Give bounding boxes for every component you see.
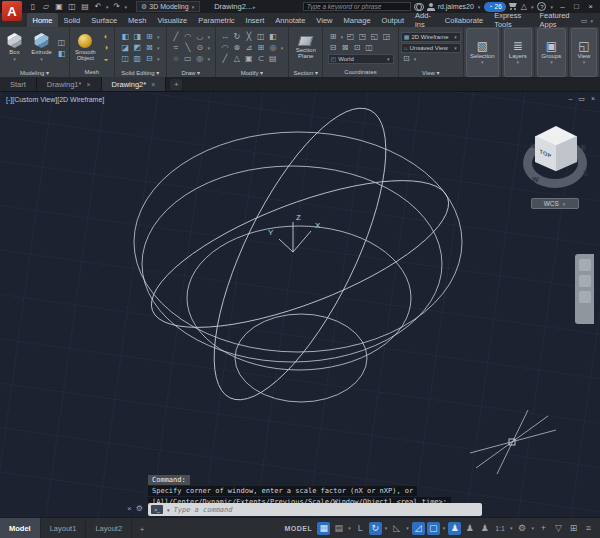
ucs-icon[interactable]: ⊞ <box>328 32 339 42</box>
thicken-icon[interactable]: ◩ <box>132 43 143 53</box>
save-as-icon[interactable]: ◫ <box>66 1 78 12</box>
file-tab-drawing1[interactable]: Drawing1*× <box>37 77 102 91</box>
panel-label-coordinates[interactable]: Coordinates <box>325 67 396 77</box>
save-icon[interactable]: ▣ <box>53 1 65 12</box>
annotation-scale-value-caret[interactable]: ▾ <box>510 525 513 531</box>
ribbon-tab-insert[interactable]: Insert <box>240 13 270 27</box>
viewport-minimize-icon[interactable]: – <box>568 95 572 103</box>
extract-edges-icon[interactable]: ◫ <box>120 54 131 64</box>
groups-panel-button[interactable]: ▣ Groups ▾ <box>537 28 566 77</box>
annotation-monitor-icon[interactable]: + <box>537 522 550 535</box>
username[interactable]: rd.jaimes20 <box>438 3 474 10</box>
panel-label-mesh[interactable]: Mesh <box>72 67 112 77</box>
model-space-label[interactable]: MODEL <box>284 525 312 532</box>
new-drawing-button[interactable]: + <box>170 79 182 90</box>
extrude-button[interactable]: Extrude ▾ <box>29 33 54 62</box>
redo-icon-caret[interactable]: ▾ <box>125 4 128 10</box>
undo-icon[interactable]: ↶ <box>92 1 104 12</box>
explode-icon[interactable]: ⊗ <box>231 43 242 53</box>
layout-tab-model[interactable]: Model <box>0 518 41 538</box>
viewport-close-icon[interactable]: × <box>591 95 595 103</box>
command-input-bar[interactable]: >_ ▾ <box>148 503 482 516</box>
viewcube-cube[interactable]: TOP <box>535 126 577 172</box>
ortho-mode-icon[interactable]: L <box>354 522 367 535</box>
compass-south[interactable]: S <box>583 170 588 177</box>
file-tab-drawing2[interactable]: Drawing2*× <box>102 77 167 91</box>
polar-tracking-icon-caret[interactable]: ▾ <box>385 525 388 531</box>
box-button[interactable]: Box ▾ <box>2 33 27 62</box>
ribbon-tab-mesh[interactable]: Mesh <box>123 13 152 27</box>
ribbon-tab-surface[interactable]: Surface <box>86 13 123 27</box>
viewport-controls-label[interactable]: [-][Custom View][2D Wireframe] <box>6 96 104 103</box>
navigation-bar[interactable] <box>575 254 594 324</box>
isolate-objects-icon[interactable]: ▽ <box>552 522 565 535</box>
array-icon[interactable]: ⊞ <box>255 43 266 53</box>
osnap-tracking-icon[interactable]: ◿ <box>412 522 425 535</box>
xline-icon[interactable]: ╲ <box>182 43 193 53</box>
annotation-visibility-icon[interactable]: ♟ <box>448 522 461 535</box>
help-caret-icon[interactable]: ▾ <box>550 4 553 10</box>
panel-label-solid-editing[interactable]: Solid Editing ▾ <box>117 67 164 77</box>
layout-tab-layout1[interactable]: Layout1 <box>41 518 87 538</box>
ribbon-tab-view[interactable]: View <box>311 13 338 27</box>
trim-icon[interactable]: ╳ <box>243 32 254 42</box>
recent-commands-caret-icon[interactable]: ▾ <box>167 507 170 513</box>
isodraft-icon-caret[interactable]: ▾ <box>406 525 409 531</box>
grid-display-icon[interactable]: ▦ <box>317 522 330 535</box>
customization-menu-icon[interactable]: ≡ <box>582 522 595 535</box>
flyout-caret[interactable]: ▾ <box>156 32 161 42</box>
tab-close-icon[interactable]: × <box>151 81 155 88</box>
ellipse-icon[interactable]: ◎ <box>194 54 205 64</box>
flyout-caret[interactable]: ▾ <box>156 54 161 64</box>
ucs-3point-icon[interactable]: ⊡ <box>352 43 363 53</box>
flyout-caret[interactable]: ▾ <box>156 43 161 53</box>
mesh-refine-icon[interactable]: ◐ <box>100 32 111 42</box>
snap-mode-icon-caret[interactable]: ▾ <box>348 525 351 531</box>
search-icon[interactable] <box>414 3 424 10</box>
search-input[interactable] <box>303 2 411 11</box>
flyout-caret[interactable]: ▾ <box>206 43 211 53</box>
ucs-object-icon[interactable]: ◲ <box>381 32 392 42</box>
ucs-z-axis-icon[interactable]: ⊠ <box>340 43 351 53</box>
wcs-dropdown[interactable]: WCS ▾ <box>531 198 579 209</box>
ucs-named-icon[interactable]: ◫ <box>364 43 375 53</box>
polyline-icon[interactable]: ◠ <box>182 32 193 42</box>
circle-icon[interactable]: ⊙ <box>194 43 205 53</box>
intersect-icon[interactable]: ⊞ <box>144 32 155 42</box>
panel-label-modeling[interactable]: Modeling ▾ <box>2 67 67 77</box>
ucs-world-icon[interactable]: ◰ <box>345 32 356 42</box>
compass-east[interactable]: E <box>581 144 586 151</box>
erase-icon[interactable]: ╱ <box>219 54 230 64</box>
isodraft-icon[interactable]: ◺ <box>390 522 403 535</box>
arc-icon[interactable]: ◡ <box>194 32 205 42</box>
workspace-gear-icon-caret[interactable]: ▾ <box>531 525 534 531</box>
viewport-config-icon-caret[interactable]: ▾ <box>414 56 417 62</box>
ucs-face-icon[interactable]: ◱ <box>369 32 380 42</box>
viewport-canvas[interactable]: ZXY [-][Custom View][2D Wireframe] –▭× N… <box>0 92 600 517</box>
trial-badge[interactable]: ◔ 26 <box>484 2 505 12</box>
viewport-config-icon[interactable]: ⊡ <box>401 54 412 64</box>
annotation-people-icon[interactable]: ♟ <box>478 522 491 535</box>
object-snap-icon[interactable]: ▢ <box>427 522 440 535</box>
ucs-icon-caret[interactable]: ▾ <box>341 34 344 40</box>
named-view-select[interactable]: ⌂ Unsaved View ▾ <box>401 43 461 53</box>
ribbon-tab-featuredapps[interactable]: Featured Apps <box>534 13 581 27</box>
subtract-icon[interactable]: ◨ <box>132 32 143 42</box>
mesh-smooth-more-icon[interactable]: ◒ <box>100 54 111 64</box>
layout-tab-layout2[interactable]: Layout2 <box>86 518 132 538</box>
panel-label-modify[interactable]: Modify ▾ <box>218 67 287 77</box>
layers-panel-button[interactable]: ≣ Layers ▾ <box>504 28 532 77</box>
slice-icon[interactable]: ◪ <box>120 43 131 53</box>
help-icon[interactable]: ? <box>537 2 546 11</box>
annotation-autoscale-icon[interactable]: ♟ <box>463 522 476 535</box>
shell-icon[interactable]: ⊠ <box>144 43 155 53</box>
tab-close-icon[interactable]: × <box>86 81 90 88</box>
viewport-restore-icon[interactable]: ▭ <box>578 95 585 103</box>
plot-icon[interactable]: ▤ <box>79 1 91 12</box>
command-prompt-icon[interactable]: >_ <box>151 505 163 514</box>
mesh-crease-icon[interactable]: ◑ <box>100 43 111 53</box>
polar-tracking-icon[interactable]: ↻ <box>369 522 382 535</box>
polysolid-icon[interactable]: ◫ <box>56 37 67 47</box>
panel-label-draw[interactable]: Draw ▾ <box>169 67 213 77</box>
lengthen-icon[interactable]: ▤ <box>267 54 278 64</box>
